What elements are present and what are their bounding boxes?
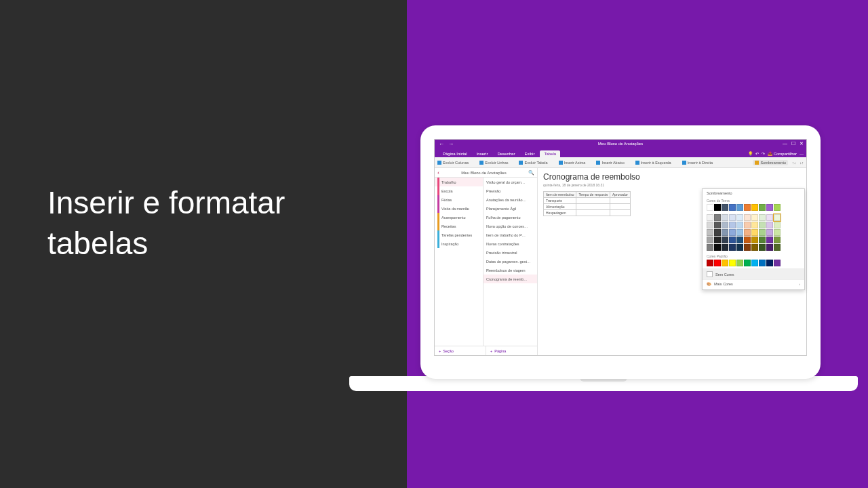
section-item[interactable]: Visita da mamãe (435, 204, 483, 213)
shading-button[interactable]: Sombreamento (753, 160, 788, 165)
table-header-cell[interactable]: Tempo de resposta (576, 192, 610, 198)
add-page-button[interactable]: + Página (486, 346, 537, 355)
page-item[interactable]: Anotações da reunião… (484, 195, 537, 204)
section-item[interactable]: Escola (435, 186, 483, 195)
color-swatch[interactable] (707, 229, 713, 236)
section-item[interactable]: Trabalho (435, 178, 483, 186)
table-cell[interactable]: Hospedagem (544, 210, 576, 216)
color-swatch[interactable] (729, 237, 736, 243)
section-item[interactable]: Inspiração (435, 239, 483, 248)
color-swatch[interactable] (736, 260, 743, 266)
color-swatch[interactable] (766, 222, 773, 228)
sort-asc-icon[interactable]: ↑↓ (792, 161, 796, 165)
page-item[interactable]: Previsão trimestral (484, 248, 537, 257)
color-swatch[interactable] (744, 229, 751, 236)
no-color-option[interactable]: Sem Cores (703, 268, 804, 279)
table-row[interactable]: Hospedagem (544, 210, 631, 216)
color-swatch[interactable] (744, 237, 751, 243)
color-swatch[interactable] (766, 244, 773, 251)
color-swatch[interactable] (774, 244, 781, 251)
page-item[interactable]: Datas de pagamen. gest… (484, 257, 537, 266)
color-swatch[interactable] (707, 214, 713, 221)
ribbon-cmd-5[interactable]: Inserir à Esquerda (635, 161, 671, 165)
share-button[interactable]: 📤Compartilhar (768, 151, 797, 156)
nav-back-chevron-icon[interactable]: ‹ (437, 169, 439, 176)
color-swatch[interactable] (729, 244, 736, 251)
ribbon-cmd-2[interactable]: Excluir Tabela (519, 161, 547, 165)
color-swatch[interactable] (774, 222, 781, 228)
color-swatch[interactable] (714, 204, 721, 211)
ribbon-cmd-1[interactable]: Excluir Linhas (479, 161, 508, 165)
color-swatch[interactable] (722, 214, 728, 221)
page-item[interactable]: Planejamento Ágil (484, 204, 537, 213)
color-swatch[interactable] (722, 229, 728, 236)
color-swatch[interactable] (774, 237, 781, 243)
color-swatch[interactable] (714, 244, 721, 251)
tab-insert[interactable]: Inserir (473, 150, 492, 157)
color-swatch[interactable] (759, 260, 766, 266)
color-swatch[interactable] (766, 260, 773, 266)
minimize-icon[interactable]: — (783, 141, 787, 146)
undo-icon[interactable]: ↶ (755, 151, 759, 156)
table-cell[interactable] (576, 204, 610, 210)
ribbon-cmd-6[interactable]: Inserir à Direita (682, 161, 713, 165)
page-item[interactable]: Reembolsos de viagem (484, 266, 537, 274)
color-swatch[interactable] (759, 229, 766, 236)
color-swatch[interactable] (729, 214, 736, 221)
color-swatch[interactable] (759, 244, 766, 251)
section-item[interactable]: Férias (435, 195, 483, 204)
ribbon-cmd-4[interactable]: Inserir Abaixo (596, 161, 624, 165)
ribbon-cmd-3[interactable]: Inserir Acima (559, 161, 586, 165)
color-swatch[interactable] (744, 260, 751, 266)
page-item[interactable]: Previsão (484, 186, 537, 195)
search-icon[interactable]: 🔍 (528, 170, 534, 176)
tab-draw[interactable]: Desenhar (493, 150, 519, 157)
table-cell[interactable] (576, 198, 610, 204)
page-item[interactable]: Cronograma de reemb… (484, 274, 537, 283)
notebook-title[interactable]: Meu Bloco de Anotações (442, 171, 526, 175)
color-swatch[interactable] (736, 237, 743, 243)
page-item[interactable]: Visão geral do orçam… (484, 178, 537, 186)
section-item[interactable]: Acampamento (435, 213, 483, 222)
table-cell[interactable] (576, 210, 610, 216)
color-swatch[interactable] (714, 229, 721, 236)
color-swatch[interactable] (729, 222, 736, 228)
color-swatch[interactable] (722, 204, 728, 211)
table-cell[interactable]: Alimentação (544, 204, 576, 210)
tab-table[interactable]: Tabela (540, 150, 560, 157)
color-swatch[interactable] (722, 237, 728, 243)
ribbon-cmd-0[interactable]: Excluir Colunas (437, 161, 469, 165)
section-item[interactable]: Tarefas pendentes (435, 230, 483, 239)
color-swatch[interactable] (751, 204, 758, 211)
add-section-button[interactable]: + Seção (435, 346, 486, 355)
color-swatch[interactable] (751, 237, 758, 243)
color-swatch[interactable] (774, 204, 781, 211)
color-swatch[interactable] (759, 222, 766, 228)
color-swatch[interactable] (766, 229, 773, 236)
tellme-icon[interactable]: 💡 (748, 151, 753, 156)
color-swatch[interactable] (714, 214, 721, 221)
color-swatch[interactable] (722, 260, 728, 266)
table-row[interactable]: Alimentação (544, 204, 631, 210)
editor-table[interactable]: Item de reembolsoTempo de respostaAprova… (543, 191, 631, 216)
color-swatch[interactable] (707, 204, 713, 211)
color-swatch[interactable] (707, 260, 713, 266)
color-swatch[interactable] (759, 237, 766, 243)
page-item[interactable]: Novas contratações (484, 239, 537, 248)
color-swatch[interactable] (736, 244, 743, 251)
color-swatch[interactable] (707, 237, 713, 243)
more-icon[interactable]: ⋯ (800, 151, 804, 156)
color-swatch[interactable] (751, 222, 758, 228)
color-swatch[interactable] (744, 214, 751, 221)
table-row[interactable]: Transporte (544, 198, 631, 204)
color-swatch[interactable] (751, 244, 758, 251)
color-swatch[interactable] (766, 237, 773, 243)
color-swatch[interactable] (751, 214, 758, 221)
color-swatch[interactable] (722, 244, 728, 251)
table-cell[interactable]: Transporte (544, 198, 576, 204)
table-cell[interactable] (610, 210, 630, 216)
table-cell[interactable] (610, 198, 630, 204)
color-swatch[interactable] (714, 260, 721, 266)
color-swatch[interactable] (759, 204, 766, 211)
section-item[interactable]: Receitas (435, 222, 483, 230)
